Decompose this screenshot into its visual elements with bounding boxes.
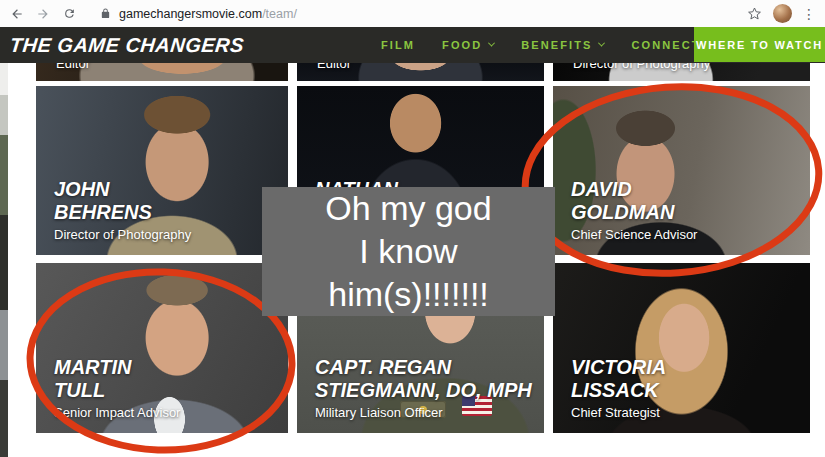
reload-button[interactable]	[60, 5, 78, 23]
chevron-down-icon	[598, 40, 605, 47]
nav-item-label: FILM	[381, 39, 415, 51]
forward-button[interactable]	[34, 5, 52, 23]
kebab-menu-icon[interactable]: ⋮	[802, 7, 816, 21]
nav-links: FILM FOOD BENEFITS CONNECT	[381, 27, 743, 62]
profile-avatar[interactable]	[773, 4, 792, 23]
team-card-david-goldman[interactable]: DAVID GOLDMAN Chief Science Advisor	[553, 86, 810, 255]
team-card-caption: DAVID GOLDMAN Chief Science Advisor	[571, 178, 697, 243]
nav-item-label: BENEFITS	[521, 39, 592, 51]
member-role: Director of Photography	[54, 227, 191, 243]
nav-item-label: CONNECT	[631, 39, 700, 51]
team-card-caption: MARTIN TULL Senior Impact Advisor	[54, 356, 180, 421]
nav-item-label: FOOD	[442, 39, 482, 51]
member-name-line1: JOHN	[54, 178, 191, 201]
padlock-icon[interactable]	[96, 5, 114, 23]
member-name-line2: BEHRENS	[54, 201, 191, 224]
url-host: gamechangersmovie.com	[119, 7, 262, 21]
bookmark-star-icon[interactable]	[745, 5, 763, 23]
member-role: Chief Strategist	[571, 405, 666, 421]
address-bar[interactable]: gamechangersmovie.com/team/	[119, 7, 297, 21]
nav-item-connect[interactable]: CONNECT	[631, 39, 700, 51]
where-to-watch-button[interactable]: WHERE TO WATCH	[694, 27, 825, 62]
site-logo[interactable]: THE GAME CHANGERS	[9, 34, 245, 57]
site-navbar: THE GAME CHANGERS FILM FOOD BENEFITS CON…	[0, 27, 825, 63]
background-window-sliver	[0, 27, 8, 457]
member-name-line2: TULL	[54, 379, 180, 402]
browser-window: Editor Editor Director of Photography JO…	[0, 0, 825, 457]
note-line2: I know	[262, 230, 555, 273]
back-button[interactable]	[8, 5, 26, 23]
member-name-line2: GOLDMAN	[571, 201, 697, 224]
member-name-line1: CAPT. REGAN	[315, 356, 532, 379]
member-role: Chief Science Advisor	[571, 227, 697, 243]
nav-item-food[interactable]: FOOD	[442, 39, 494, 51]
team-card-caption: CAPT. REGAN STIEGMANN, DO, MPH Military …	[315, 356, 532, 421]
url-path: /team/	[262, 7, 297, 21]
team-card-martin-tull[interactable]: MARTIN TULL Senior Impact Advisor	[36, 263, 288, 433]
chevron-down-icon	[488, 40, 495, 47]
member-name-line1: VICTORIA	[571, 356, 666, 379]
member-name-line2: STIEGMANN, DO, MPH	[315, 379, 532, 402]
member-name-line2: LISSACK	[571, 379, 666, 402]
note-line1: Oh my god	[262, 187, 555, 230]
browser-toolbar: gamechangersmovie.com/team/ ⋮	[0, 0, 825, 27]
team-card-caption: VICTORIA LISSACK Chief Strategist	[571, 356, 666, 421]
team-card-john-behrens[interactable]: JOHN BEHRENS Director of Photography	[36, 86, 288, 255]
team-card-victoria-lissack[interactable]: VICTORIA LISSACK Chief Strategist	[553, 263, 810, 433]
nav-item-benefits[interactable]: BENEFITS	[521, 39, 604, 51]
member-role: Military Liaison Officer	[315, 405, 532, 421]
member-name-line1: MARTIN	[54, 356, 180, 379]
member-name-line1: DAVID	[571, 178, 697, 201]
member-role: Senior Impact Advisor	[54, 405, 180, 421]
note-line3: him(s)!!!!!!!	[262, 273, 555, 316]
annotation-note: Oh my god I know him(s)!!!!!!!	[262, 187, 555, 316]
team-card-caption: JOHN BEHRENS Director of Photography	[54, 178, 191, 243]
nav-item-film[interactable]: FILM	[381, 39, 415, 51]
